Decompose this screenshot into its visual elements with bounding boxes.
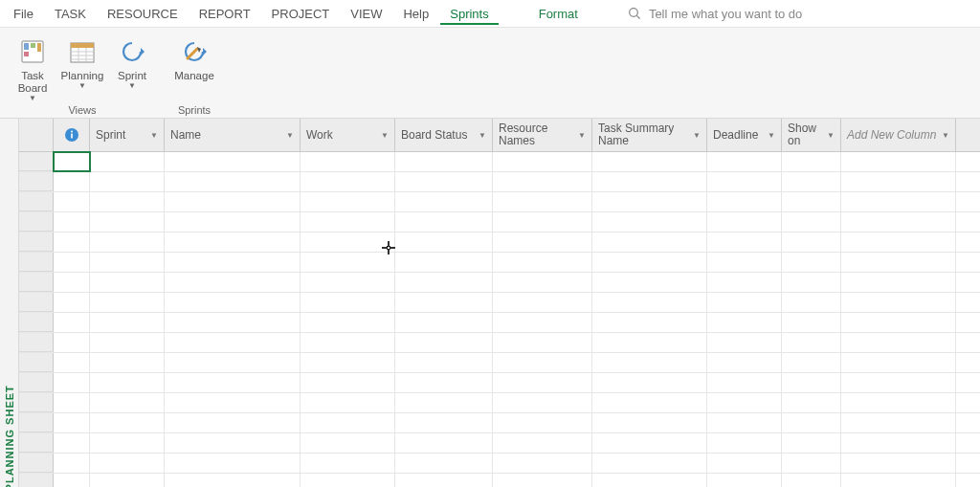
cell[interactable] <box>395 413 493 432</box>
cell[interactable] <box>54 212 90 232</box>
row-header[interactable] <box>19 373 54 392</box>
row-header[interactable] <box>19 152 54 171</box>
table-row[interactable] <box>19 192 980 212</box>
cell[interactable] <box>90 393 165 412</box>
cell[interactable] <box>782 353 841 372</box>
col-info[interactable] <box>54 119 90 151</box>
cell[interactable] <box>165 454 301 473</box>
cell[interactable] <box>841 393 956 412</box>
row-header[interactable] <box>19 474 54 487</box>
cell[interactable] <box>707 353 782 372</box>
cell[interactable] <box>165 333 301 352</box>
cell[interactable] <box>782 433 841 453</box>
cell[interactable] <box>841 353 956 372</box>
cell[interactable] <box>395 353 493 372</box>
cell[interactable] <box>592 192 707 211</box>
cell[interactable] <box>165 293 301 312</box>
row-header[interactable] <box>19 333 54 352</box>
cell[interactable] <box>707 474 782 487</box>
cell[interactable] <box>782 413 841 432</box>
cell[interactable] <box>165 253 301 272</box>
cell[interactable] <box>592 253 707 272</box>
cell[interactable] <box>395 212 493 232</box>
cell[interactable] <box>493 454 592 473</box>
cell[interactable] <box>707 293 782 312</box>
col-add-new[interactable]: Add New Column▼ <box>841 119 956 151</box>
cell[interactable] <box>841 212 956 232</box>
cell[interactable] <box>782 333 841 352</box>
table-row[interactable] <box>19 212 980 232</box>
cell[interactable] <box>782 152 841 171</box>
menu-help[interactable]: Help <box>393 3 438 25</box>
planning-button[interactable]: Planning ▼ <box>57 33 107 104</box>
cell[interactable] <box>165 172 301 191</box>
cell[interactable] <box>54 433 90 453</box>
cell[interactable] <box>493 373 592 392</box>
col-show-on[interactable]: Show on▼ <box>782 119 841 151</box>
menu-report[interactable]: REPORT <box>189 3 260 25</box>
table-row[interactable] <box>19 333 980 353</box>
menu-resource[interactable]: RESOURCE <box>98 3 188 25</box>
row-header[interactable] <box>19 313 54 332</box>
table-row[interactable] <box>19 413 980 433</box>
table-row[interactable] <box>19 474 980 487</box>
cell[interactable] <box>90 413 165 432</box>
cell[interactable] <box>301 353 395 372</box>
cell[interactable] <box>592 212 707 232</box>
table-row[interactable] <box>19 393 980 413</box>
cell[interactable] <box>841 433 956 453</box>
cell[interactable] <box>301 232 395 252</box>
cell[interactable] <box>90 474 165 487</box>
cell[interactable] <box>592 313 707 332</box>
cell[interactable] <box>493 293 592 312</box>
row-header[interactable] <box>19 393 54 412</box>
cell[interactable] <box>395 152 493 171</box>
cell[interactable] <box>707 393 782 412</box>
cell[interactable] <box>841 232 956 252</box>
cell[interactable] <box>493 433 592 453</box>
cell[interactable] <box>493 393 592 412</box>
cell[interactable] <box>782 253 841 272</box>
cell[interactable] <box>841 333 956 352</box>
cell[interactable] <box>592 454 707 473</box>
cell[interactable] <box>90 333 165 352</box>
cell[interactable] <box>165 474 301 487</box>
sprint-button[interactable]: Sprint ▼ <box>107 33 157 104</box>
cell[interactable] <box>592 393 707 412</box>
col-deadline[interactable]: Deadline▼ <box>707 119 782 151</box>
cell[interactable] <box>493 192 592 211</box>
row-header[interactable] <box>19 353 54 372</box>
cell[interactable] <box>90 353 165 372</box>
cell[interactable] <box>493 172 592 191</box>
cell[interactable] <box>707 212 782 232</box>
cell[interactable] <box>841 293 956 312</box>
cell[interactable] <box>90 273 165 292</box>
cell[interactable] <box>165 212 301 232</box>
cell[interactable] <box>707 333 782 352</box>
cell[interactable] <box>165 373 301 392</box>
cell[interactable] <box>395 172 493 191</box>
row-header[interactable] <box>19 413 54 432</box>
row-header[interactable] <box>19 253 54 272</box>
col-resource-names[interactable]: Resource Names▼ <box>493 119 592 151</box>
cell[interactable] <box>54 232 90 252</box>
cell[interactable] <box>301 393 395 412</box>
col-board-status[interactable]: Board Status▼ <box>395 119 493 151</box>
cell[interactable] <box>90 253 165 272</box>
cell[interactable] <box>592 172 707 191</box>
col-task-summary-name[interactable]: Task Summary Name▼ <box>592 119 707 151</box>
cell[interactable] <box>165 232 301 252</box>
cell[interactable] <box>54 273 90 292</box>
table-row[interactable] <box>19 353 980 373</box>
cell[interactable] <box>395 273 493 292</box>
cell[interactable] <box>165 353 301 372</box>
cell[interactable] <box>90 152 165 171</box>
row-header[interactable] <box>19 293 54 312</box>
cell[interactable] <box>707 273 782 292</box>
table-row[interactable] <box>19 253 980 273</box>
cell[interactable] <box>707 454 782 473</box>
manage-button[interactable]: Manage <box>169 33 219 104</box>
cell[interactable] <box>301 293 395 312</box>
cell[interactable] <box>493 273 592 292</box>
cell[interactable] <box>395 393 493 412</box>
